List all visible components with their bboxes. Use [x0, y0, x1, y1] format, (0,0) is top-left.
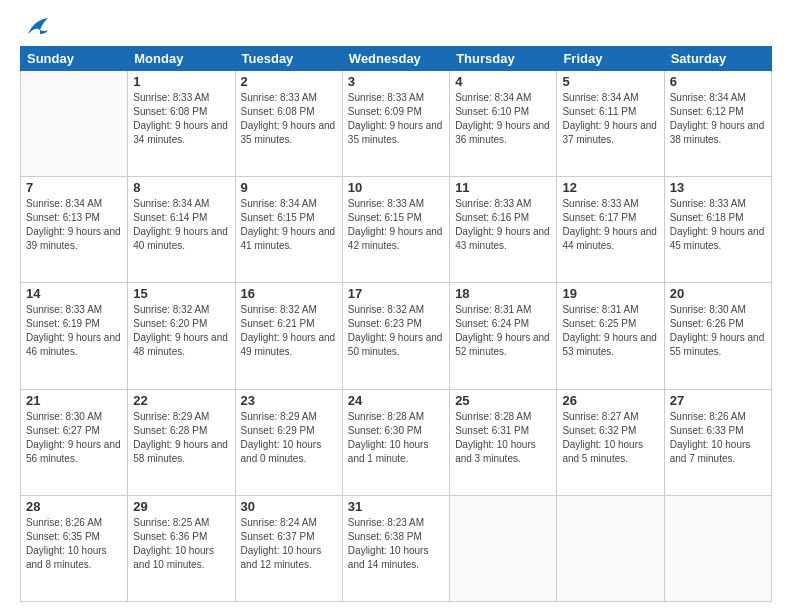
daylight-text: Daylight: 9 hours and 39 minutes. — [26, 225, 122, 253]
calendar-cell: 28 Sunrise: 8:26 AM Sunset: 6:35 PM Dayl… — [21, 495, 128, 601]
calendar-cell: 18 Sunrise: 8:31 AM Sunset: 6:24 PM Dayl… — [450, 283, 557, 389]
daylight-text: Daylight: 9 hours and 50 minutes. — [348, 331, 444, 359]
day-info: Sunrise: 8:26 AM Sunset: 6:33 PM Dayligh… — [670, 410, 766, 466]
day-info: Sunrise: 8:34 AM Sunset: 6:15 PM Dayligh… — [241, 197, 337, 253]
daylight-text: Daylight: 10 hours and 12 minutes. — [241, 544, 337, 572]
daylight-text: Daylight: 9 hours and 48 minutes. — [133, 331, 229, 359]
sunset-text: Sunset: 6:23 PM — [348, 317, 444, 331]
sunrise-text: Sunrise: 8:33 AM — [348, 197, 444, 211]
calendar-cell: 15 Sunrise: 8:32 AM Sunset: 6:20 PM Dayl… — [128, 283, 235, 389]
daylight-text: Daylight: 10 hours and 3 minutes. — [455, 438, 551, 466]
sunrise-text: Sunrise: 8:26 AM — [26, 516, 122, 530]
calendar-cell: 29 Sunrise: 8:25 AM Sunset: 6:36 PM Dayl… — [128, 495, 235, 601]
calendar-cell: 24 Sunrise: 8:28 AM Sunset: 6:30 PM Dayl… — [342, 389, 449, 495]
calendar-cell: 10 Sunrise: 8:33 AM Sunset: 6:15 PM Dayl… — [342, 177, 449, 283]
day-number: 1 — [133, 74, 229, 89]
day-number: 12 — [562, 180, 658, 195]
sunrise-text: Sunrise: 8:33 AM — [241, 91, 337, 105]
day-info: Sunrise: 8:28 AM Sunset: 6:30 PM Dayligh… — [348, 410, 444, 466]
sunset-text: Sunset: 6:16 PM — [455, 211, 551, 225]
calendar-cell — [21, 71, 128, 177]
day-info: Sunrise: 8:33 AM Sunset: 6:08 PM Dayligh… — [133, 91, 229, 147]
day-header-sunday: Sunday — [21, 47, 128, 71]
calendar-cell: 23 Sunrise: 8:29 AM Sunset: 6:29 PM Dayl… — [235, 389, 342, 495]
calendar-cell — [557, 495, 664, 601]
daylight-text: Daylight: 10 hours and 8 minutes. — [26, 544, 122, 572]
day-number: 28 — [26, 499, 122, 514]
sunrise-text: Sunrise: 8:34 AM — [670, 91, 766, 105]
day-info: Sunrise: 8:29 AM Sunset: 6:28 PM Dayligh… — [133, 410, 229, 466]
day-number: 5 — [562, 74, 658, 89]
day-number: 17 — [348, 286, 444, 301]
sunrise-text: Sunrise: 8:23 AM — [348, 516, 444, 530]
sunrise-text: Sunrise: 8:32 AM — [348, 303, 444, 317]
sunrise-text: Sunrise: 8:33 AM — [133, 91, 229, 105]
calendar-cell: 9 Sunrise: 8:34 AM Sunset: 6:15 PM Dayli… — [235, 177, 342, 283]
day-info: Sunrise: 8:24 AM Sunset: 6:37 PM Dayligh… — [241, 516, 337, 572]
sunset-text: Sunset: 6:33 PM — [670, 424, 766, 438]
sunrise-text: Sunrise: 8:34 AM — [455, 91, 551, 105]
sunset-text: Sunset: 6:13 PM — [26, 211, 122, 225]
day-info: Sunrise: 8:32 AM Sunset: 6:20 PM Dayligh… — [133, 303, 229, 359]
day-number: 25 — [455, 393, 551, 408]
sunrise-text: Sunrise: 8:30 AM — [670, 303, 766, 317]
daylight-text: Daylight: 9 hours and 53 minutes. — [562, 331, 658, 359]
day-info: Sunrise: 8:29 AM Sunset: 6:29 PM Dayligh… — [241, 410, 337, 466]
sunset-text: Sunset: 6:10 PM — [455, 105, 551, 119]
sunset-text: Sunset: 6:08 PM — [241, 105, 337, 119]
sunrise-text: Sunrise: 8:31 AM — [455, 303, 551, 317]
day-number: 2 — [241, 74, 337, 89]
day-number: 4 — [455, 74, 551, 89]
day-number: 26 — [562, 393, 658, 408]
day-info: Sunrise: 8:34 AM Sunset: 6:11 PM Dayligh… — [562, 91, 658, 147]
daylight-text: Daylight: 9 hours and 35 minutes. — [241, 119, 337, 147]
calendar-cell: 25 Sunrise: 8:28 AM Sunset: 6:31 PM Dayl… — [450, 389, 557, 495]
calendar-cell: 14 Sunrise: 8:33 AM Sunset: 6:19 PM Dayl… — [21, 283, 128, 389]
sunrise-text: Sunrise: 8:32 AM — [241, 303, 337, 317]
calendar-week-4: 21 Sunrise: 8:30 AM Sunset: 6:27 PM Dayl… — [21, 389, 772, 495]
sunrise-text: Sunrise: 8:34 AM — [241, 197, 337, 211]
day-header-tuesday: Tuesday — [235, 47, 342, 71]
day-header-monday: Monday — [128, 47, 235, 71]
sunset-text: Sunset: 6:38 PM — [348, 530, 444, 544]
day-number: 7 — [26, 180, 122, 195]
calendar-week-1: 1 Sunrise: 8:33 AM Sunset: 6:08 PM Dayli… — [21, 71, 772, 177]
day-number: 6 — [670, 74, 766, 89]
day-info: Sunrise: 8:33 AM Sunset: 6:19 PM Dayligh… — [26, 303, 122, 359]
calendar-cell: 11 Sunrise: 8:33 AM Sunset: 6:16 PM Dayl… — [450, 177, 557, 283]
day-header-saturday: Saturday — [664, 47, 771, 71]
sunset-text: Sunset: 6:36 PM — [133, 530, 229, 544]
sunset-text: Sunset: 6:32 PM — [562, 424, 658, 438]
daylight-text: Daylight: 9 hours and 36 minutes. — [455, 119, 551, 147]
day-info: Sunrise: 8:23 AM Sunset: 6:38 PM Dayligh… — [348, 516, 444, 572]
sunrise-text: Sunrise: 8:34 AM — [26, 197, 122, 211]
calendar-cell: 30 Sunrise: 8:24 AM Sunset: 6:37 PM Dayl… — [235, 495, 342, 601]
daylight-text: Daylight: 9 hours and 58 minutes. — [133, 438, 229, 466]
daylight-text: Daylight: 9 hours and 42 minutes. — [348, 225, 444, 253]
header — [20, 16, 772, 38]
calendar-cell: 21 Sunrise: 8:30 AM Sunset: 6:27 PM Dayl… — [21, 389, 128, 495]
day-number: 22 — [133, 393, 229, 408]
day-info: Sunrise: 8:32 AM Sunset: 6:23 PM Dayligh… — [348, 303, 444, 359]
daylight-text: Daylight: 9 hours and 46 minutes. — [26, 331, 122, 359]
day-number: 13 — [670, 180, 766, 195]
day-header-friday: Friday — [557, 47, 664, 71]
daylight-text: Daylight: 10 hours and 0 minutes. — [241, 438, 337, 466]
sunset-text: Sunset: 6:12 PM — [670, 105, 766, 119]
day-info: Sunrise: 8:30 AM Sunset: 6:26 PM Dayligh… — [670, 303, 766, 359]
day-number: 16 — [241, 286, 337, 301]
daylight-text: Daylight: 9 hours and 45 minutes. — [670, 225, 766, 253]
daylight-text: Daylight: 10 hours and 7 minutes. — [670, 438, 766, 466]
day-info: Sunrise: 8:31 AM Sunset: 6:25 PM Dayligh… — [562, 303, 658, 359]
calendar-cell: 8 Sunrise: 8:34 AM Sunset: 6:14 PM Dayli… — [128, 177, 235, 283]
sunset-text: Sunset: 6:29 PM — [241, 424, 337, 438]
sunrise-text: Sunrise: 8:28 AM — [348, 410, 444, 424]
day-info: Sunrise: 8:32 AM Sunset: 6:21 PM Dayligh… — [241, 303, 337, 359]
calendar-cell: 19 Sunrise: 8:31 AM Sunset: 6:25 PM Dayl… — [557, 283, 664, 389]
day-number: 8 — [133, 180, 229, 195]
sunset-text: Sunset: 6:25 PM — [562, 317, 658, 331]
sunrise-text: Sunrise: 8:24 AM — [241, 516, 337, 530]
sunrise-text: Sunrise: 8:27 AM — [562, 410, 658, 424]
day-number: 3 — [348, 74, 444, 89]
sunset-text: Sunset: 6:20 PM — [133, 317, 229, 331]
